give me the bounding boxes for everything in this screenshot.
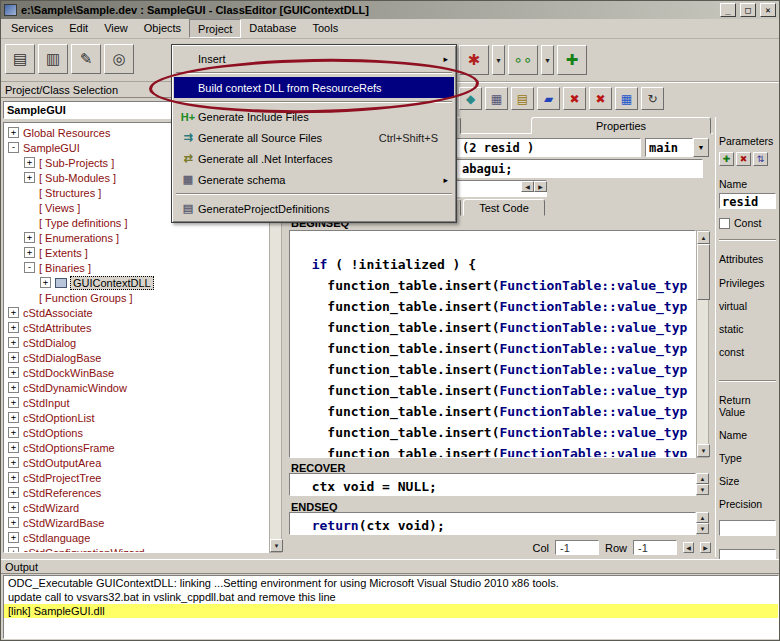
remove-ref-icon[interactable]: ✖	[589, 87, 612, 110]
tree-item-cstdoptionsframe[interactable]: +cStdOptionsFrame	[4, 440, 268, 455]
menu-item-build-context-dll-from-resourcerefs[interactable]: Build context DLL from ResourceRefs	[174, 77, 454, 98]
close-button-icon[interactable]: ✕	[760, 3, 776, 17]
param-flag-virtual[interactable]: virtual	[719, 300, 776, 312]
param-name-input[interactable]: resid	[719, 193, 776, 209]
scroll-down-icon[interactable]: ▼	[270, 539, 283, 552]
endseq-scrollbar[interactable]: ▲ ▼	[696, 512, 709, 535]
menu-item-generate-all-net-interfaces[interactable]: ⇄Generate all .Net Interfaces	[174, 148, 454, 169]
scroll-right-icon[interactable]: ▶	[700, 542, 711, 553]
code-recover[interactable]: ctx void = NULL;	[289, 473, 696, 496]
export-page-icon[interactable]: ▤	[511, 87, 534, 110]
tree-item-cstdattributes[interactable]: +cStdAttributes	[4, 320, 268, 335]
collapse-icon[interactable]: -	[8, 142, 19, 153]
minimize-button-icon[interactable]: _	[720, 3, 736, 17]
maximize-button-icon[interactable]: □	[740, 3, 756, 17]
secondary-field-scroll[interactable]: ◀ ▶	[521, 181, 547, 192]
collapse-icon[interactable]: -	[24, 262, 35, 273]
expand-icon[interactable]: +	[8, 547, 19, 553]
fill-color-icon[interactable]: ▰	[537, 87, 560, 110]
scrollbar-thumb[interactable]	[697, 244, 710, 300]
code-begin[interactable]: if ( !initialized ) { function_table.ins…	[289, 230, 696, 458]
tree-item-cstddialogbase[interactable]: +cStdDialogBase	[4, 350, 268, 365]
menu-view[interactable]: View	[96, 19, 136, 38]
tree-item-cstdoptions[interactable]: +cStdOptions	[4, 425, 268, 440]
expand-icon[interactable]: +	[8, 352, 19, 363]
expand-icon[interactable]: +	[8, 397, 19, 408]
param-move-icon[interactable]: ⇅	[753, 152, 768, 166]
expand-icon[interactable]: +	[8, 127, 19, 138]
scroll-left-icon[interactable]: ◀	[683, 542, 694, 553]
code-scrollbar[interactable]: ▲ ▼	[696, 230, 709, 458]
param-delete-icon[interactable]: ✖	[736, 152, 751, 166]
tree-item-cstddialog[interactable]: +cStdDialog	[4, 335, 268, 350]
chevron-down-icon[interactable]: ▼	[693, 138, 709, 157]
menu-tools[interactable]: Tools	[304, 19, 346, 38]
scroll-down-icon[interactable]: ▼	[696, 523, 709, 534]
insert-object-icon[interactable]: ✚	[557, 45, 587, 75]
expand-icon[interactable]: +	[8, 532, 19, 543]
class-browser-icon[interactable]: ▥	[38, 44, 68, 74]
param-flag-static[interactable]: static	[719, 323, 776, 335]
recover-scrollbar[interactable]: ▲ ▼	[696, 473, 709, 496]
tree-item-cstdwizardbase[interactable]: +cStdWizardBase	[4, 515, 268, 530]
expand-icon[interactable]: +	[8, 337, 19, 348]
tree-item-binaries[interactable]: -[ Binaries ]	[4, 260, 268, 275]
table-grid-icon[interactable]: ▦	[485, 87, 508, 110]
tree-item-cstdoptionlist[interactable]: +cStdOptionList	[4, 410, 268, 425]
expand-icon[interactable]: +	[8, 472, 19, 483]
compile-icon-dropdown[interactable]: ▼	[492, 45, 505, 75]
delete-doc-icon[interactable]: ✖	[563, 87, 586, 110]
scroll-right-icon[interactable]: ▶	[534, 181, 547, 192]
expand-icon[interactable]: +	[24, 247, 35, 258]
tree-item-guicontextdll[interactable]: +GUIContextDLL	[4, 275, 268, 290]
tree-item-cstdlanguage[interactable]: +cStdlanguage	[4, 530, 268, 545]
tree-item-cstdconfigurationwizard[interactable]: +cStdConfigurationWizard	[4, 545, 268, 553]
param-new-icon[interactable]: ✚	[719, 152, 734, 166]
expand-icon[interactable]: +	[40, 277, 51, 288]
tree-item-cstddockwinbase[interactable]: +cStdDockWinBase	[4, 365, 268, 380]
menu-edit[interactable]: Edit	[61, 19, 96, 38]
source-editor-icon[interactable]: ✎	[71, 44, 101, 74]
menu-item-generateprojectdefinitions[interactable]: ▤GenerateProjectDefinitions	[174, 198, 454, 219]
tree-item-cstddynamicwindow[interactable]: +cStdDynamicWindow	[4, 380, 268, 395]
tree-item-cstdoutputarea[interactable]: +cStdOutputArea	[4, 455, 268, 470]
blue-grid-icon[interactable]: ▦	[615, 87, 638, 110]
scroll-down-icon[interactable]: ▼	[697, 444, 710, 457]
expand-icon[interactable]: +	[8, 487, 19, 498]
param-flag-const[interactable]: const	[719, 346, 776, 358]
tab-test-code[interactable]: Test Code	[463, 199, 545, 216]
scroll-down-icon[interactable]: ▼	[696, 484, 709, 495]
expand-icon[interactable]: +	[8, 412, 19, 423]
tree-item-cstdreferences[interactable]: +cStdReferences	[4, 485, 268, 500]
menu-item-generate-all-source-files[interactable]: ⇉Generate all Source FilesCtrl+Shift+S	[174, 127, 454, 148]
tree-item-cstdassociate[interactable]: +cStdAssociate	[4, 305, 268, 320]
tree-item-cstdwizard[interactable]: +cStdWizard	[4, 500, 268, 515]
tree-item-extents[interactable]: +[ Extents ]	[4, 245, 268, 260]
scope-combo[interactable]: main ▼	[645, 138, 709, 157]
menu-item-insert[interactable]: Insert▸	[174, 48, 454, 69]
expand-icon[interactable]: +	[24, 172, 35, 183]
scroll-left-icon[interactable]: ◀	[521, 181, 534, 192]
tree-item-enumerations[interactable]: +[ Enumerations ]	[4, 230, 268, 245]
link-objects-icon-dropdown[interactable]: ▼	[541, 45, 554, 75]
scroll-up-icon[interactable]: ▲	[696, 473, 709, 484]
expand-icon[interactable]: +	[8, 322, 19, 333]
diamond-icon[interactable]: ◆	[459, 87, 482, 110]
expand-icon[interactable]: +	[8, 457, 19, 468]
refresh-icon[interactable]: ↻	[641, 87, 664, 110]
scroll-up-icon[interactable]: ▲	[697, 231, 710, 244]
menu-database[interactable]: Database	[241, 19, 304, 38]
expand-icon[interactable]: +	[24, 157, 35, 168]
code-endseq[interactable]: return(ctx void);	[289, 512, 696, 535]
expand-icon[interactable]: +	[8, 517, 19, 528]
expand-icon[interactable]: +	[8, 502, 19, 513]
tree-item-function-groups[interactable]: [ Function Groups ]	[4, 290, 268, 305]
run-form-icon[interactable]: ◎	[104, 44, 134, 74]
expand-icon[interactable]: +	[8, 382, 19, 393]
checkbox-icon[interactable]	[719, 218, 730, 229]
tree-item-cstdprojecttree[interactable]: +cStdProjectTree	[4, 470, 268, 485]
scroll-up-icon[interactable]: ▲	[696, 512, 709, 523]
menu-objects[interactable]: Objects	[136, 19, 189, 38]
expand-icon[interactable]: +	[8, 442, 19, 453]
menu-item-generate-schema[interactable]: ▦Generate schema▸	[174, 169, 454, 190]
